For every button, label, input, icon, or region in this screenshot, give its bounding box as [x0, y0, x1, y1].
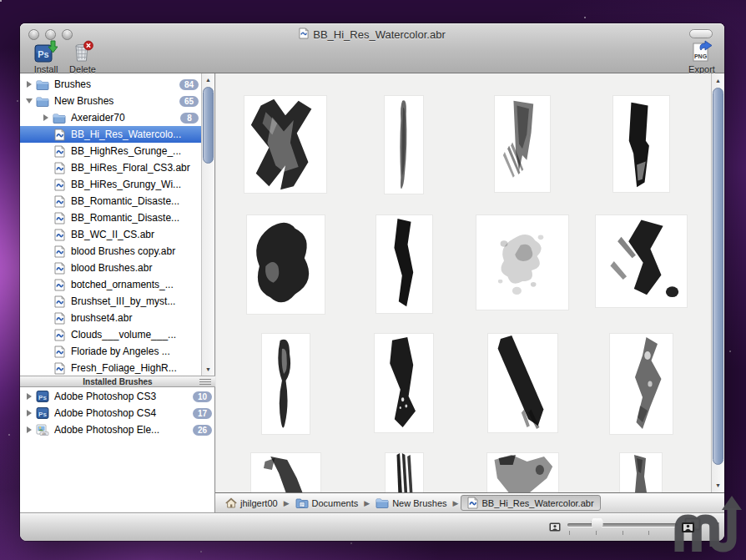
brush-stroke-7[interactable] [476, 215, 568, 310]
sidebar-item[interactable]: Fresh_Foliage_HighR... [20, 360, 202, 376]
sidebar-item[interactable]: BB_Romantic_Disaste... [20, 193, 202, 209]
docfolder-icon [295, 497, 309, 508]
path-separator-icon: ▶ [364, 499, 370, 507]
brush-stroke-1[interactable] [244, 96, 326, 193]
folder-icon [376, 497, 389, 508]
bottom-bar [20, 512, 724, 541]
zoom-slider-track[interactable] [567, 523, 678, 527]
scroll-up-button[interactable]: ▲ [712, 75, 724, 86]
sidebar-item[interactable]: BB_WC_II_CS.abr [20, 226, 202, 243]
installed-app-item[interactable]: PsAdobe Photoshop CS310 [20, 388, 215, 405]
svg-text:Ps: Ps [38, 394, 47, 401]
sidebar-item-label: Brushset_III_by_myst... [71, 295, 202, 307]
delete-button[interactable]: Delete [60, 42, 105, 74]
sidebar-scrollbar-thumb[interactable] [203, 87, 214, 164]
brush-file-icon [52, 329, 67, 341]
brush-stroke-6[interactable] [376, 215, 432, 313]
svg-text:Ps: Ps [38, 411, 47, 418]
sidebar-item[interactable]: New Brushes65 [20, 93, 202, 109]
sidebar-item-label: BB_WC_II_CS.abr [71, 229, 202, 240]
brush-file-icon [52, 195, 67, 208]
installed-app-label: Adobe Photoshop Ele... [54, 424, 188, 436]
zoom-slider-thumb[interactable] [592, 518, 603, 532]
sidebar-item-label: BB_Romantic_Disaste... [71, 212, 202, 224]
splitter-label: Installed Brushes [83, 377, 152, 386]
sidebar-item[interactable]: brushset4.abr [20, 310, 202, 326]
scroll-up-button[interactable]: ▲ [202, 74, 214, 85]
sidebar-item[interactable]: blood Brushes.abr [20, 260, 202, 276]
sidebar-item[interactable]: Axeraider708 [20, 109, 202, 126]
count-badge: 26 [193, 425, 212, 436]
sidebar-item[interactable]: botched_ornaments_... [20, 276, 202, 293]
path-segment[interactable]: Documents [292, 496, 362, 510]
sidebar-item[interactable]: BB_Romantic_Disaste... [20, 209, 202, 226]
small-thumbnail-icon [549, 520, 561, 535]
path-segment[interactable]: jhilgert00 [222, 496, 281, 510]
sidebar-item-label: blood Brushes.abr [71, 262, 202, 274]
brush-stroke-16[interactable] [620, 453, 662, 492]
installed-app-item[interactable]: PsAdobe Photoshop CS417 [20, 405, 215, 421]
brush-stroke-10[interactable] [375, 334, 433, 432]
installed-brushes-splitter[interactable]: Installed Brushes [20, 376, 215, 387]
brush-file-icon [52, 295, 67, 308]
sidebar-item[interactable]: Brushset_III_by_myst... [20, 293, 202, 310]
path-segment[interactable]: BB_Hi_Res_Watercolor.abr [461, 495, 600, 511]
sidebar-item-label: Floriade by Angeles ... [71, 346, 202, 357]
path-segment-label: Documents [312, 498, 359, 508]
brush-stroke-14[interactable] [386, 453, 423, 492]
content-scrollbar[interactable]: ▲ ▼ [711, 73, 724, 492]
installed-app-item[interactable]: abcAdobe Photoshop Ele...26 [20, 421, 215, 438]
sidebar-item-label: brushset4.abr [71, 312, 202, 324]
svg-text:abc: abc [42, 432, 47, 436]
toolbar-toggle-button[interactable] [689, 29, 713, 38]
disclosure-triangle-icon[interactable] [23, 393, 35, 400]
sidebar-item[interactable]: Brushes84 [20, 76, 202, 93]
sidebar-item[interactable]: BB_HighRes_Grunge_... [20, 143, 202, 159]
elements-app-icon: abc [35, 423, 50, 436]
disclosure-triangle-icon[interactable] [40, 114, 52, 121]
sidebar-item[interactable]: Floriade by Angeles ... [20, 343, 202, 360]
content-scrollbar-thumb[interactable] [713, 88, 723, 465]
disclosure-triangle-icon[interactable] [23, 426, 35, 433]
brush-stroke-5[interactable] [247, 215, 325, 314]
brush-stroke-8[interactable] [596, 215, 687, 307]
export-button[interactable]: PNG Export [679, 42, 724, 74]
sidebar-item[interactable]: BB_HiRes_Floral_CS3.abr [20, 159, 202, 176]
sidebar-item-label: BB_HiRes_Floral_CS3.abr [71, 162, 202, 174]
sidebar-item[interactable]: Clouds___volume___... [20, 326, 202, 343]
brush-file-icon [52, 129, 67, 141]
sidebar-item-label: New Brushes [54, 95, 174, 107]
desktop-background: BB_Hi_Res_Watercolor.abr Ps Install [0, 0, 746, 560]
disclosure-triangle-icon[interactable] [23, 410, 35, 416]
sidebar-item[interactable]: BB_Hi_Res_Watercolo... [20, 126, 202, 143]
brush-stroke-12[interactable] [610, 334, 673, 434]
sidebar-item-label: Brushes [54, 78, 174, 90]
sidebar-item-label: BB_Romantic_Disaste... [71, 195, 202, 207]
disclosure-triangle-icon[interactable] [23, 98, 35, 103]
sidebar-item-label: blood Brushes copy.abr [71, 245, 202, 257]
installed-brushes-list: PsAdobe Photoshop CS310PsAdobe Photoshop… [20, 388, 215, 438]
disclosure-triangle-icon[interactable] [23, 81, 35, 88]
brush-stroke-15[interactable] [487, 453, 558, 492]
brush-stroke-3[interactable] [495, 96, 550, 192]
brush-stroke-2[interactable] [385, 96, 423, 194]
path-separator-icon: ▶ [284, 499, 290, 507]
photoshop-app-icon: Ps [35, 406, 50, 420]
path-segment[interactable]: New Brushes [372, 496, 450, 510]
window-title: BB_Hi_Res_Watercolor.abr [313, 28, 445, 41]
brush-stroke-4[interactable] [613, 96, 669, 192]
splitter-handle-icon[interactable] [199, 379, 211, 386]
brush-stroke-13[interactable] [251, 453, 320, 492]
folder-icon [35, 96, 50, 107]
brush-stroke-9[interactable] [262, 334, 310, 434]
count-badge: 8 [180, 113, 199, 124]
photoshop-app-icon: Ps [35, 390, 50, 403]
brush-file-icon [52, 245, 67, 258]
scroll-down-button[interactable]: ▼ [712, 480, 724, 491]
sidebar-item[interactable]: blood Brushes copy.abr [20, 243, 202, 260]
sidebar-scrollbar[interactable]: ▲ ▼ [201, 73, 214, 376]
sidebar-item[interactable]: BB_HiRes_Grungy_Wi... [20, 176, 202, 193]
sidebar-item-label: Axeraider70 [71, 112, 175, 124]
brush-stroke-11[interactable] [488, 334, 557, 432]
scroll-down-button[interactable]: ▼ [202, 364, 214, 375]
